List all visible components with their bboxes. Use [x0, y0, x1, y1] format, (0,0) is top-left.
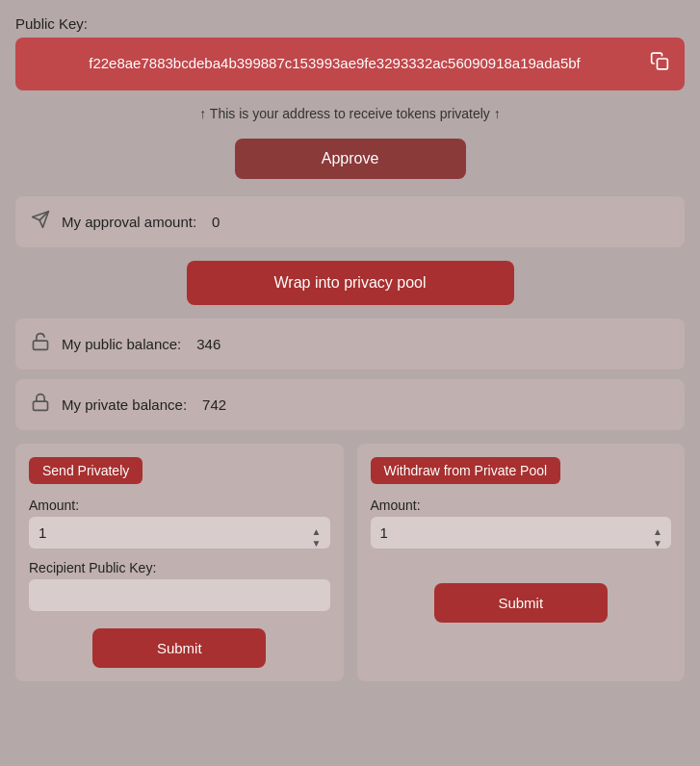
address-hint: ↑ This is your address to receive tokens… [15, 106, 685, 121]
approval-amount-value: 0 [212, 214, 220, 230]
send-amount-up[interactable]: ▲ [309, 526, 324, 538]
public-key-box: f22e8ae7883bcdeba4b399887c153993ae9fe329… [15, 38, 685, 90]
send-privately-button[interactable]: Send Privately [29, 457, 143, 484]
withdraw-amount-input[interactable] [371, 517, 672, 549]
svg-rect-3 [34, 401, 48, 410]
public-key-value: f22e8ae7883bcdeba4b399887c153993ae9fe329… [31, 53, 638, 75]
public-balance-icon [31, 332, 50, 356]
withdraw-panel: Withdraw from Private Pool Amount: ▲ ▼ S… [357, 444, 686, 681]
private-balance-value: 742 [202, 396, 226, 413]
send-amount-input[interactable] [29, 517, 330, 549]
copy-button[interactable] [646, 48, 673, 80]
send-submit-button[interactable]: Submit [92, 628, 266, 668]
wrap-button[interactable]: Wrap into privacy pool [187, 261, 514, 305]
public-balance-row: My public balance: 346 [15, 319, 685, 370]
approval-amount-label: My approval amount: [62, 214, 196, 230]
withdraw-amount-label: Amount: [371, 498, 672, 513]
recipient-public-key-label: Recipient Public Key: [29, 560, 330, 575]
private-balance-label: My private balance: [62, 396, 187, 413]
withdraw-submit-button[interactable]: Submit [434, 583, 608, 623]
approve-button[interactable]: Approve [235, 139, 466, 179]
send-amount-label: Amount: [29, 498, 330, 513]
public-balance-label: My public balance: [62, 336, 181, 352]
private-balance-row: My private balance: 742 [15, 379, 685, 430]
withdraw-amount-down[interactable]: ▼ [650, 538, 665, 549]
svg-rect-0 [658, 59, 668, 69]
withdraw-button[interactable]: Withdraw from Private Pool [371, 457, 561, 484]
recipient-public-key-input[interactable] [29, 579, 330, 611]
send-panel: Send Privately Amount: ▲ ▼ Recipient Pub… [15, 444, 344, 681]
public-key-label: Public Key: [15, 15, 685, 32]
private-balance-icon [31, 393, 50, 417]
approval-amount-row: My approval amount: 0 [15, 196, 685, 247]
send-amount-down[interactable]: ▼ [309, 538, 324, 549]
withdraw-amount-up[interactable]: ▲ [650, 526, 665, 538]
public-balance-value: 346 [196, 336, 220, 352]
svg-rect-2 [34, 341, 48, 349]
approval-icon [31, 210, 50, 234]
